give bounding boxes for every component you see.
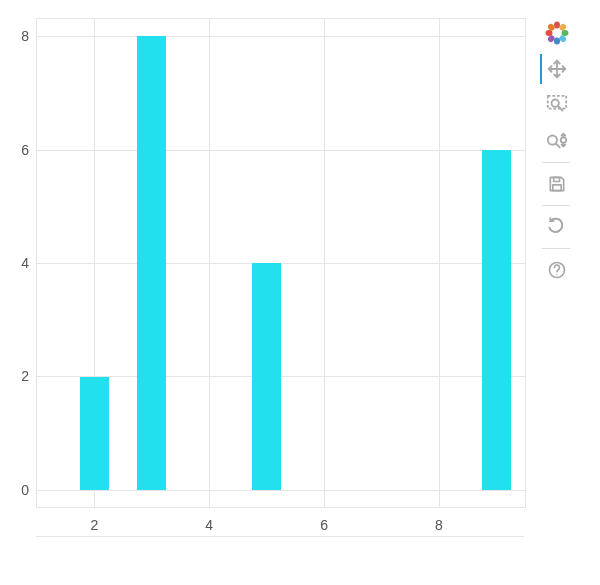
bar xyxy=(252,263,281,490)
x-tick-label: 6 xyxy=(320,517,328,533)
svg-point-7 xyxy=(546,30,553,36)
svg-rect-14 xyxy=(553,185,561,191)
x-tick-label: 8 xyxy=(435,517,443,533)
bar xyxy=(482,150,511,490)
y-tick-label: 6 xyxy=(21,142,29,158)
x-axis-guide xyxy=(36,536,524,537)
y-tick-label: 2 xyxy=(21,368,29,384)
y-tick-label: 0 xyxy=(21,482,29,498)
help-tool-icon[interactable] xyxy=(540,255,572,285)
bar xyxy=(137,36,166,490)
plot-toolbar xyxy=(540,18,584,291)
pan-tool-icon[interactable] xyxy=(540,54,572,84)
x-tick-label: 4 xyxy=(205,517,213,533)
plot-area[interactable]: 246802468 xyxy=(36,18,526,508)
svg-point-5 xyxy=(554,38,560,45)
svg-point-3 xyxy=(562,30,569,36)
svg-rect-13 xyxy=(554,177,560,181)
svg-point-0 xyxy=(554,30,560,36)
y-tick-label: 4 xyxy=(21,255,29,271)
svg-point-1 xyxy=(554,22,560,29)
y-tick-label: 8 xyxy=(21,28,29,44)
toolbar-separator xyxy=(542,248,570,249)
grid-line xyxy=(37,376,525,377)
save-tool-icon[interactable] xyxy=(540,169,572,199)
x-tick-label: 2 xyxy=(91,517,99,533)
box-zoom-tool-icon[interactable] xyxy=(540,90,572,120)
bokeh-logo-icon[interactable] xyxy=(540,18,572,48)
toolbar-separator xyxy=(542,162,570,163)
grid-line xyxy=(37,36,525,37)
reset-tool-icon[interactable] xyxy=(540,212,572,242)
wheel-zoom-tool-icon[interactable] xyxy=(540,126,572,156)
grid-line xyxy=(37,490,525,491)
grid-line xyxy=(37,263,525,264)
svg-point-16 xyxy=(556,274,557,275)
grid-line xyxy=(37,150,525,151)
bar xyxy=(80,377,109,490)
toolbar-separator xyxy=(542,205,570,206)
